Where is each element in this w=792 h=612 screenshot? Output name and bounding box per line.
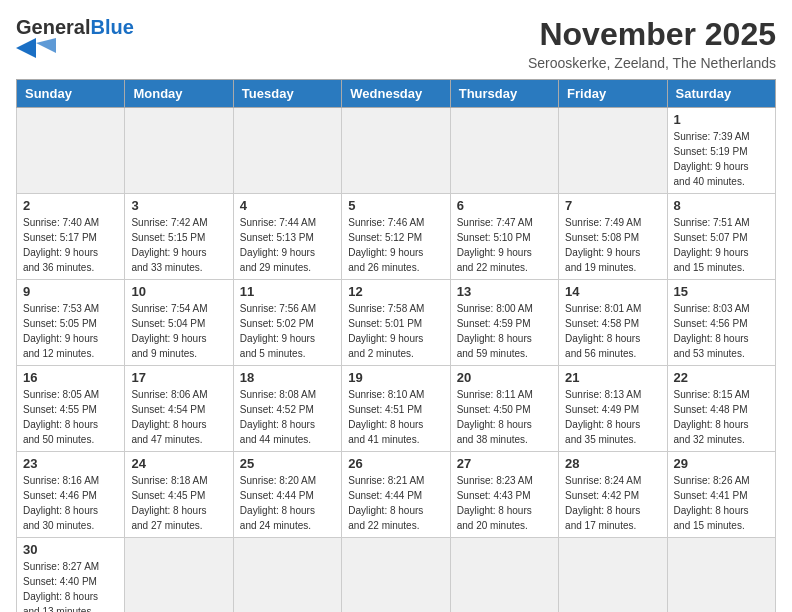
logo: GeneralBlue — [16, 16, 134, 58]
day-info: Sunrise: 8:08 AM Sunset: 4:52 PM Dayligh… — [240, 387, 335, 447]
day-number: 1 — [674, 112, 769, 127]
calendar-cell — [17, 108, 125, 194]
calendar-week-row: 2Sunrise: 7:40 AM Sunset: 5:17 PM Daylig… — [17, 194, 776, 280]
calendar-cell — [450, 108, 558, 194]
header-thursday: Thursday — [450, 80, 558, 108]
day-info: Sunrise: 7:54 AM Sunset: 5:04 PM Dayligh… — [131, 301, 226, 361]
day-info: Sunrise: 7:56 AM Sunset: 5:02 PM Dayligh… — [240, 301, 335, 361]
month-title: November 2025 — [528, 16, 776, 53]
calendar-cell: 2Sunrise: 7:40 AM Sunset: 5:17 PM Daylig… — [17, 194, 125, 280]
day-info: Sunrise: 7:47 AM Sunset: 5:10 PM Dayligh… — [457, 215, 552, 275]
calendar-cell: 22Sunrise: 8:15 AM Sunset: 4:48 PM Dayli… — [667, 366, 775, 452]
calendar-week-row: 30Sunrise: 8:27 AM Sunset: 4:40 PM Dayli… — [17, 538, 776, 613]
calendar-cell: 25Sunrise: 8:20 AM Sunset: 4:44 PM Dayli… — [233, 452, 341, 538]
day-info: Sunrise: 8:11 AM Sunset: 4:50 PM Dayligh… — [457, 387, 552, 447]
header-friday: Friday — [559, 80, 667, 108]
title-area: November 2025 Serooskerke, Zeeland, The … — [528, 16, 776, 71]
calendar-cell: 20Sunrise: 8:11 AM Sunset: 4:50 PM Dayli… — [450, 366, 558, 452]
calendar-cell: 16Sunrise: 8:05 AM Sunset: 4:55 PM Dayli… — [17, 366, 125, 452]
calendar-cell — [125, 538, 233, 613]
day-info: Sunrise: 8:27 AM Sunset: 4:40 PM Dayligh… — [23, 559, 118, 612]
day-info: Sunrise: 7:39 AM Sunset: 5:19 PM Dayligh… — [674, 129, 769, 189]
header-tuesday: Tuesday — [233, 80, 341, 108]
day-info: Sunrise: 8:16 AM Sunset: 4:46 PM Dayligh… — [23, 473, 118, 533]
calendar-cell: 9Sunrise: 7:53 AM Sunset: 5:05 PM Daylig… — [17, 280, 125, 366]
day-info: Sunrise: 8:26 AM Sunset: 4:41 PM Dayligh… — [674, 473, 769, 533]
calendar-cell: 28Sunrise: 8:24 AM Sunset: 4:42 PM Dayli… — [559, 452, 667, 538]
calendar-cell: 13Sunrise: 8:00 AM Sunset: 4:59 PM Dayli… — [450, 280, 558, 366]
calendar-cell — [125, 108, 233, 194]
calendar-cell: 4Sunrise: 7:44 AM Sunset: 5:13 PM Daylig… — [233, 194, 341, 280]
location: Serooskerke, Zeeland, The Netherlands — [528, 55, 776, 71]
day-info: Sunrise: 8:23 AM Sunset: 4:43 PM Dayligh… — [457, 473, 552, 533]
calendar-cell: 30Sunrise: 8:27 AM Sunset: 4:40 PM Dayli… — [17, 538, 125, 613]
calendar-cell: 19Sunrise: 8:10 AM Sunset: 4:51 PM Dayli… — [342, 366, 450, 452]
day-number: 25 — [240, 456, 335, 471]
calendar-cell: 17Sunrise: 8:06 AM Sunset: 4:54 PM Dayli… — [125, 366, 233, 452]
day-info: Sunrise: 8:24 AM Sunset: 4:42 PM Dayligh… — [565, 473, 660, 533]
day-number: 20 — [457, 370, 552, 385]
calendar-week-row: 1Sunrise: 7:39 AM Sunset: 5:19 PM Daylig… — [17, 108, 776, 194]
calendar-cell: 24Sunrise: 8:18 AM Sunset: 4:45 PM Dayli… — [125, 452, 233, 538]
calendar-cell: 21Sunrise: 8:13 AM Sunset: 4:49 PM Dayli… — [559, 366, 667, 452]
day-info: Sunrise: 7:44 AM Sunset: 5:13 PM Dayligh… — [240, 215, 335, 275]
day-number: 24 — [131, 456, 226, 471]
day-info: Sunrise: 8:00 AM Sunset: 4:59 PM Dayligh… — [457, 301, 552, 361]
day-info: Sunrise: 8:05 AM Sunset: 4:55 PM Dayligh… — [23, 387, 118, 447]
calendar-cell — [233, 538, 341, 613]
calendar-cell: 8Sunrise: 7:51 AM Sunset: 5:07 PM Daylig… — [667, 194, 775, 280]
calendar-cell: 29Sunrise: 8:26 AM Sunset: 4:41 PM Dayli… — [667, 452, 775, 538]
day-number: 21 — [565, 370, 660, 385]
calendar-cell — [667, 538, 775, 613]
calendar-cell: 23Sunrise: 8:16 AM Sunset: 4:46 PM Dayli… — [17, 452, 125, 538]
day-number: 27 — [457, 456, 552, 471]
logo-text: GeneralBlue — [16, 16, 134, 38]
svg-marker-1 — [36, 38, 56, 53]
day-number: 15 — [674, 284, 769, 299]
day-number: 17 — [131, 370, 226, 385]
calendar-table: Sunday Monday Tuesday Wednesday Thursday… — [16, 79, 776, 612]
day-info: Sunrise: 7:51 AM Sunset: 5:07 PM Dayligh… — [674, 215, 769, 275]
day-number: 30 — [23, 542, 118, 557]
calendar-week-row: 16Sunrise: 8:05 AM Sunset: 4:55 PM Dayli… — [17, 366, 776, 452]
page-header: GeneralBlue November 2025 Serooskerke, Z… — [16, 16, 776, 71]
calendar-cell: 1Sunrise: 7:39 AM Sunset: 5:19 PM Daylig… — [667, 108, 775, 194]
day-number: 28 — [565, 456, 660, 471]
calendar-cell: 27Sunrise: 8:23 AM Sunset: 4:43 PM Dayli… — [450, 452, 558, 538]
day-number: 6 — [457, 198, 552, 213]
logo-blue: Blue — [90, 16, 133, 38]
day-number: 22 — [674, 370, 769, 385]
day-info: Sunrise: 7:58 AM Sunset: 5:01 PM Dayligh… — [348, 301, 443, 361]
day-number: 16 — [23, 370, 118, 385]
logo-icon — [16, 38, 66, 58]
day-number: 8 — [674, 198, 769, 213]
calendar-cell — [233, 108, 341, 194]
header-monday: Monday — [125, 80, 233, 108]
calendar-header-row: Sunday Monday Tuesday Wednesday Thursday… — [17, 80, 776, 108]
day-number: 19 — [348, 370, 443, 385]
calendar-cell: 15Sunrise: 8:03 AM Sunset: 4:56 PM Dayli… — [667, 280, 775, 366]
day-number: 5 — [348, 198, 443, 213]
day-number: 12 — [348, 284, 443, 299]
day-info: Sunrise: 7:49 AM Sunset: 5:08 PM Dayligh… — [565, 215, 660, 275]
day-info: Sunrise: 8:15 AM Sunset: 4:48 PM Dayligh… — [674, 387, 769, 447]
day-info: Sunrise: 8:18 AM Sunset: 4:45 PM Dayligh… — [131, 473, 226, 533]
calendar-cell: 5Sunrise: 7:46 AM Sunset: 5:12 PM Daylig… — [342, 194, 450, 280]
day-number: 14 — [565, 284, 660, 299]
day-number: 23 — [23, 456, 118, 471]
day-info: Sunrise: 8:01 AM Sunset: 4:58 PM Dayligh… — [565, 301, 660, 361]
day-info: Sunrise: 8:20 AM Sunset: 4:44 PM Dayligh… — [240, 473, 335, 533]
calendar-week-row: 23Sunrise: 8:16 AM Sunset: 4:46 PM Dayli… — [17, 452, 776, 538]
day-info: Sunrise: 8:06 AM Sunset: 4:54 PM Dayligh… — [131, 387, 226, 447]
calendar-cell — [342, 108, 450, 194]
day-number: 4 — [240, 198, 335, 213]
day-number: 11 — [240, 284, 335, 299]
calendar-week-row: 9Sunrise: 7:53 AM Sunset: 5:05 PM Daylig… — [17, 280, 776, 366]
day-info: Sunrise: 7:53 AM Sunset: 5:05 PM Dayligh… — [23, 301, 118, 361]
calendar-cell: 18Sunrise: 8:08 AM Sunset: 4:52 PM Dayli… — [233, 366, 341, 452]
day-info: Sunrise: 7:40 AM Sunset: 5:17 PM Dayligh… — [23, 215, 118, 275]
calendar-cell: 3Sunrise: 7:42 AM Sunset: 5:15 PM Daylig… — [125, 194, 233, 280]
header-saturday: Saturday — [667, 80, 775, 108]
logo-general: General — [16, 16, 90, 38]
header-sunday: Sunday — [17, 80, 125, 108]
